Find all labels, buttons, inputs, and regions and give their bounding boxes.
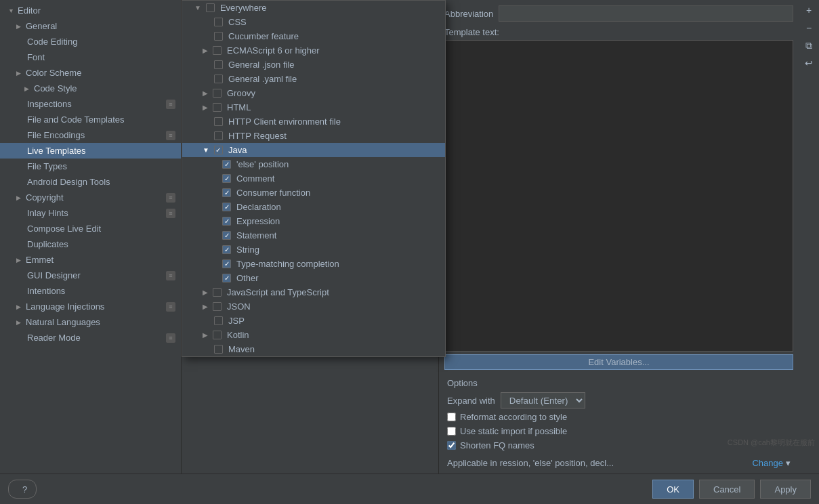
dropdown-item-css[interactable]: CSS bbox=[182, 15, 445, 29]
dropdown-item-http-client-env[interactable]: HTTP Client environment file bbox=[182, 114, 445, 129]
dropdown-checkbox[interactable] bbox=[222, 160, 231, 169]
sidebar-item-editor[interactable]: ▼Editor bbox=[0, 3, 181, 18]
dropdown-label: Kotlin bbox=[227, 330, 249, 340]
sidebar-item-inlay-hints[interactable]: Inlay Hints≡ bbox=[0, 205, 181, 221]
sidebar-item-code-style[interactable]: ▶Code Style bbox=[0, 81, 181, 96]
sidebar-item-general[interactable]: ▶General bbox=[0, 18, 181, 34]
dropdown-item-declaration[interactable]: Declaration bbox=[182, 200, 445, 214]
sidebar-item-live-templates[interactable]: Live Templates bbox=[0, 143, 181, 159]
dropdown-label: Statement bbox=[236, 230, 276, 240]
dropdown-checkbox[interactable] bbox=[222, 231, 231, 240]
dropdown-item-ecmascript[interactable]: ▶ECMAScript 6 or higher bbox=[182, 43, 445, 58]
dropdown-item-statement[interactable]: Statement bbox=[182, 228, 445, 243]
settings-dialog: ▼Editor▶GeneralCode EditingFont▶Color Sc… bbox=[0, 0, 819, 504]
add-button[interactable]: + bbox=[801, 3, 816, 18]
dropdown-item-kotlin[interactable]: ▶Kotlin bbox=[182, 328, 445, 342]
dropdown-checkbox[interactable] bbox=[214, 131, 223, 140]
dropdown-item-groovy[interactable]: ▶Groovy bbox=[182, 86, 445, 100]
dropdown-item-else-position[interactable]: 'else' position bbox=[182, 157, 445, 171]
sidebar-item-intentions[interactable]: Intentions bbox=[0, 283, 181, 299]
dropdown-checkbox[interactable] bbox=[213, 288, 222, 297]
dropdown-item-comment[interactable]: Comment bbox=[182, 171, 445, 186]
dropdown-checkbox[interactable] bbox=[222, 188, 231, 197]
dropdown-item-cucumber[interactable]: Cucumber feature bbox=[182, 29, 445, 43]
dropdown-item-other[interactable]: Other bbox=[182, 271, 445, 285]
dropdown-item-string[interactable]: String bbox=[182, 243, 445, 257]
dropdown-checkbox[interactable] bbox=[206, 3, 215, 12]
dropdown-checkbox[interactable] bbox=[213, 46, 222, 55]
dropdown-checkbox[interactable] bbox=[214, 316, 223, 325]
dropdown-item-consumer-function[interactable]: Consumer function bbox=[182, 186, 445, 200]
dropdown-checkbox[interactable] bbox=[222, 274, 231, 282]
edit-variables-button[interactable]: Edit Variables... bbox=[444, 354, 793, 370]
dropdown-checkbox[interactable] bbox=[222, 245, 231, 254]
static-import-checkbox[interactable] bbox=[447, 427, 456, 436]
static-import-label: Use static import if possible bbox=[460, 426, 567, 436]
dropdown-item-maven[interactable]: Maven bbox=[182, 342, 445, 356]
reformat-checkbox[interactable] bbox=[447, 413, 456, 421]
sidebar-item-color-scheme[interactable]: ▶Color Scheme bbox=[0, 65, 181, 81]
abbreviation-input[interactable] bbox=[499, 5, 793, 22]
abbreviation-label: Abbreviation bbox=[444, 9, 493, 19]
remove-button[interactable]: − bbox=[801, 20, 816, 35]
sidebar-item-file-code-templates[interactable]: File and Code Templates bbox=[0, 112, 181, 127]
dropdown-checkbox[interactable] bbox=[222, 174, 231, 183]
dropdown-checkbox[interactable] bbox=[214, 146, 223, 154]
sidebar-item-copyright[interactable]: ▶Copyright≡ bbox=[0, 190, 181, 205]
sidebar-item-compose-live-edit[interactable]: Compose Live Edit bbox=[0, 221, 181, 236]
shorten-fq-checkbox[interactable] bbox=[447, 441, 456, 450]
sidebar-item-android-design-tools[interactable]: Android Design Tools bbox=[0, 174, 181, 190]
dropdown-checkbox[interactable] bbox=[214, 75, 223, 83]
dropdown-item-general-json[interactable]: General .json file bbox=[182, 58, 445, 72]
dropdown-item-html[interactable]: ▶HTML bbox=[182, 100, 445, 114]
cancel-button[interactable]: Cancel bbox=[699, 480, 755, 499]
dropdown-checkbox[interactable] bbox=[214, 18, 223, 26]
dropdown-item-jsp[interactable]: JSP bbox=[182, 314, 445, 328]
dropdown-label: Type-matching completion bbox=[236, 259, 339, 269]
template-text-label: Template text: bbox=[442, 24, 796, 40]
ok-button[interactable]: OK bbox=[652, 480, 694, 499]
dropdown-checkbox[interactable] bbox=[213, 302, 222, 311]
sidebar-item-code-editing[interactable]: Code Editing bbox=[0, 34, 181, 49]
dropdown-checkbox[interactable] bbox=[213, 331, 222, 339]
context-dropdown[interactable]: ▼EverywhereCSSCucumber feature▶ECMAScrip… bbox=[182, 0, 446, 357]
sidebar-item-natural-languages[interactable]: ▶Natural Languages bbox=[0, 314, 181, 330]
dropdown-checkbox[interactable] bbox=[222, 217, 231, 226]
sidebar-item-inspections[interactable]: Inspections≡ bbox=[0, 96, 181, 112]
sidebar-item-duplicates[interactable]: Duplicates bbox=[0, 236, 181, 252]
watermark: CSDN @cah黎明就在服前 bbox=[723, 436, 819, 449]
apply-button[interactable]: Apply bbox=[760, 480, 811, 499]
sidebar-item-file-encodings[interactable]: File Encodings≡ bbox=[0, 127, 181, 143]
dropdown-checkbox[interactable] bbox=[213, 89, 222, 98]
sidebar-item-file-types[interactable]: File Types bbox=[0, 159, 181, 174]
sidebar-item-gui-designer[interactable]: GUI Designer≡ bbox=[0, 268, 181, 283]
dropdown-item-javascript-typescript[interactable]: ▶JavaScript and TypeScript bbox=[182, 285, 445, 299]
revert-button[interactable]: ↩ bbox=[801, 56, 816, 70]
dropdown-checkbox[interactable] bbox=[214, 32, 223, 41]
dropdown-item-general-yaml[interactable]: General .yaml file bbox=[182, 72, 445, 86]
dropdown-label: Expression bbox=[236, 216, 280, 226]
sidebar-item-emmet[interactable]: ▶Emmet bbox=[0, 252, 181, 268]
dropdown-checkbox[interactable] bbox=[214, 117, 223, 126]
dropdown-item-everywhere[interactable]: ▼Everywhere bbox=[182, 1, 445, 15]
sidebar-label: Android Design Tools bbox=[27, 177, 110, 187]
template-text-area[interactable] bbox=[444, 40, 793, 352]
expand-with-select[interactable]: Default (Enter)TabSpaceEnter bbox=[501, 392, 585, 408]
dropdown-checkbox[interactable] bbox=[213, 103, 222, 112]
dropdown-item-java[interactable]: ▼Java bbox=[182, 143, 445, 157]
help-button[interactable]: ? bbox=[8, 480, 37, 499]
dropdown-item-type-matching[interactable]: Type-matching completion bbox=[182, 257, 445, 271]
sidebar-item-reader-mode[interactable]: Reader Mode≡ bbox=[0, 330, 181, 345]
dropdown-item-expression[interactable]: Expression bbox=[182, 214, 445, 228]
dropdown-checkbox[interactable] bbox=[214, 345, 223, 354]
dropdown-checkbox[interactable] bbox=[214, 60, 223, 69]
dropdown-item-http-request[interactable]: HTTP Request bbox=[182, 129, 445, 143]
dropdown-checkbox[interactable] bbox=[222, 259, 231, 268]
dropdown-checkbox[interactable] bbox=[222, 203, 231, 211]
change-link[interactable]: Change bbox=[752, 458, 783, 468]
toolbar-right: + − ⧉ ↩ bbox=[799, 0, 819, 73]
sidebar-item-language-injections[interactable]: ▶Language Injections≡ bbox=[0, 299, 181, 314]
copy-button[interactable]: ⧉ bbox=[801, 38, 816, 53]
dropdown-item-json[interactable]: ▶JSON bbox=[182, 299, 445, 314]
sidebar-item-font[interactable]: Font bbox=[0, 49, 181, 65]
